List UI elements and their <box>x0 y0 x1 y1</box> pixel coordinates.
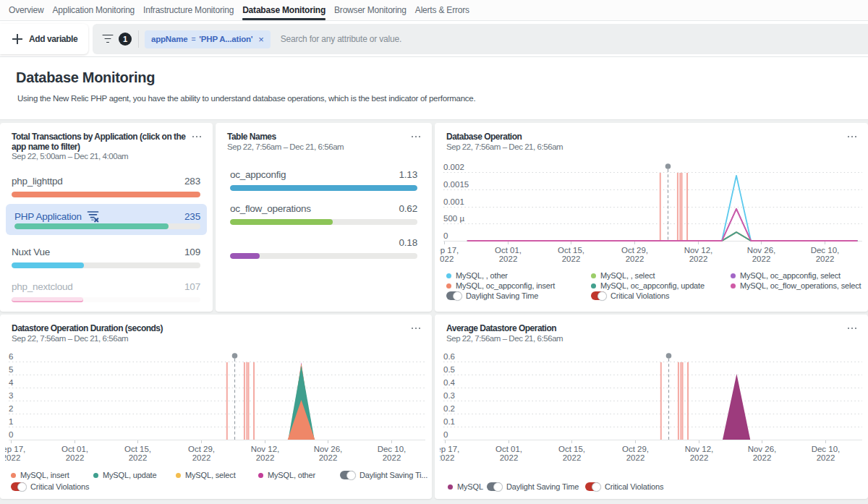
svg-text:Oct 01,: Oct 01, <box>495 246 522 255</box>
add-variable-button[interactable]: Add variable <box>0 24 88 54</box>
svg-text:2022: 2022 <box>129 453 148 462</box>
bar-list-label[interactable]: php_lighttpd <box>12 176 63 187</box>
svg-text:Nov 26,: Nov 26, <box>748 445 777 453</box>
panel-time-range: Sep 22, 5:00am – Dec 21, 4:00am <box>12 152 128 161</box>
legend-toggle-item[interactable]: Critical Violations <box>591 291 669 300</box>
svg-text:2022: 2022 <box>690 453 709 462</box>
tab-database-monitoring[interactable]: Database Monitoring <box>242 0 326 20</box>
svg-text:0.4: 0.4 <box>443 378 456 387</box>
filter-remove-icon[interactable] <box>87 210 100 223</box>
legend-label: MySQL, oc_appconfig, update <box>600 281 705 290</box>
search-input[interactable]: Search for any attribute or value. <box>281 34 401 44</box>
legend-item[interactable]: MySQL, oc_appconfig, select <box>731 271 841 280</box>
svg-text:2022: 2022 <box>817 453 835 462</box>
legend-label: MySQL, , select <box>600 271 655 280</box>
bar-track <box>12 297 200 302</box>
tab-browser-monitoring[interactable]: Browser Monitoring <box>334 0 407 20</box>
svg-text:Oct 15,: Oct 15, <box>558 445 585 453</box>
page-title: Database Monitoring <box>16 69 155 86</box>
legend-color-dot <box>446 273 451 278</box>
bar-list-label[interactable]: Nuxt Vue <box>12 247 50 257</box>
svg-text:0.001: 0.001 <box>443 197 464 206</box>
svg-text:5: 5 <box>9 365 13 374</box>
legend-label: MySQL <box>457 482 483 491</box>
tab-overview[interactable]: Overview <box>9 0 43 20</box>
svg-text:Oct 01,: Oct 01, <box>495 445 522 453</box>
bar-track <box>230 253 417 259</box>
legend-item[interactable]: MySQL, insert <box>11 471 69 479</box>
svg-text:0.2: 0.2 <box>443 404 455 413</box>
bar-list-value: 0.62 <box>399 203 417 214</box>
filter-bar[interactable]: 1 appName = 'PHP A...ation' × Search for… <box>93 24 868 54</box>
svg-text:4: 4 <box>9 378 14 387</box>
average-datastore-chart[interactable]: 00.10.20.30.40.50.6Sep 17,2022Oct 01,202… <box>435 315 868 499</box>
svg-text:2022: 2022 <box>562 255 581 263</box>
bar-list-label-text[interactable]: PHP Application <box>14 211 82 222</box>
legend-item[interactable]: MySQL, oc_flow_operations, select <box>731 281 861 290</box>
tab-alerts-errors[interactable]: Alerts & Errors <box>415 0 469 20</box>
filter-pill-operator: = <box>191 35 195 43</box>
bar-track <box>12 192 200 197</box>
toggle-switch-icon[interactable] <box>340 471 355 479</box>
svg-text:3: 3 <box>9 391 13 400</box>
svg-text:Nov 12,: Nov 12, <box>251 445 280 453</box>
toggle-switch-icon[interactable] <box>585 482 600 491</box>
bar-track <box>230 185 417 191</box>
bar-track <box>14 223 200 229</box>
svg-text:Nov 12,: Nov 12, <box>685 445 714 453</box>
legend-item[interactable]: MySQL, , select <box>591 271 655 280</box>
legend-toggle-item[interactable]: Critical Violations <box>585 482 663 491</box>
plus-icon <box>12 34 22 44</box>
svg-text:2022: 2022 <box>435 255 454 263</box>
filter-pill-close-icon[interactable]: × <box>258 34 263 45</box>
panel-time-range: Sep 22, 7:56am – Dec 21, 6:56am <box>227 142 344 151</box>
legend-label: MySQL, other <box>268 471 315 479</box>
bar-list-label[interactable]: PHP Application <box>14 210 100 223</box>
svg-text:2022: 2022 <box>816 255 835 263</box>
legend-item[interactable]: MySQL, select <box>176 471 236 479</box>
panel-menu-icon[interactable] <box>191 133 203 140</box>
svg-text:2022: 2022 <box>436 453 455 462</box>
svg-text:Oct 01,: Oct 01, <box>61 445 88 453</box>
svg-text:Sep 17,: Sep 17, <box>435 246 459 255</box>
legend-color-dot <box>446 283 451 289</box>
svg-text:0.1: 0.1 <box>443 417 455 426</box>
toggle-switch-icon[interactable] <box>446 291 461 300</box>
tab-application-monitoring[interactable]: Application Monitoring <box>52 0 135 20</box>
svg-text:Oct 15,: Oct 15, <box>124 445 151 453</box>
variable-toolbar: Add variable 1 appName = 'PHP A...ation'… <box>0 21 868 57</box>
toggle-switch-icon[interactable] <box>591 291 606 300</box>
bar-list-label[interactable]: oc_flow_operations <box>230 203 311 214</box>
bar-fill <box>12 262 84 268</box>
bar-list-label[interactable]: php_nextcloud <box>12 281 73 292</box>
svg-text:2022: 2022 <box>499 255 518 263</box>
legend-item[interactable]: MySQL, , other <box>446 271 508 280</box>
legend-toggle-item[interactable]: Critical Violations <box>11 482 89 491</box>
bar-list-value: 107 <box>184 281 200 292</box>
toggle-switch-icon[interactable] <box>11 482 26 491</box>
legend-label: MySQL, , other <box>456 271 508 280</box>
svg-text:Oct 29,: Oct 29, <box>621 246 648 255</box>
legend-toggle-item[interactable]: Daylight Saving Time <box>446 291 538 300</box>
bar-list-label[interactable]: oc_appconfig <box>230 169 286 180</box>
svg-text:6: 6 <box>9 352 13 361</box>
legend-item[interactable]: MySQL, oc_appconfig, insert <box>446 281 555 290</box>
legend-label: MySQL, oc_appconfig, select <box>740 271 841 280</box>
filter-pill-appname[interactable]: appName = 'PHP A...ation' × <box>145 30 271 48</box>
panel-total-transactions: Total Transactions by Application (click… <box>0 123 213 312</box>
legend-item[interactable]: MySQL, other <box>258 471 315 479</box>
legend-toggle-item[interactable]: Daylight Saving Ti... <box>340 471 427 479</box>
legend-item[interactable]: MySQL, update <box>93 471 156 479</box>
toggle-switch-icon[interactable] <box>487 482 502 491</box>
legend-toggle-item[interactable]: Daylight Saving Time <box>487 482 579 491</box>
tab-infrastructure-monitoring[interactable]: Infrastructure Monitoring <box>143 0 234 20</box>
legend-label: Critical Violations <box>605 482 663 491</box>
legend-item[interactable]: MySQL, oc_appconfig, update <box>591 281 705 290</box>
svg-text:1: 1 <box>9 417 13 426</box>
legend-item[interactable]: MySQL <box>448 482 483 491</box>
panel-menu-icon[interactable] <box>410 133 422 140</box>
svg-text:Sep 17,: Sep 17, <box>435 445 459 453</box>
bar-fill <box>230 219 333 225</box>
legend-color-dot <box>176 473 181 478</box>
legend-label: MySQL, update <box>103 471 156 479</box>
